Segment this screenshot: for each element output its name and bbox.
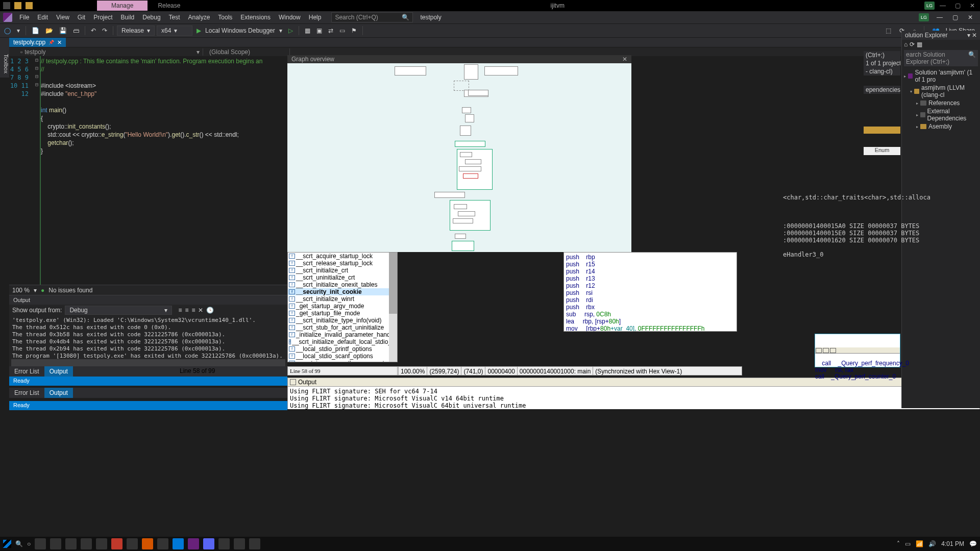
config-dropdown[interactable]: Release▾	[117, 26, 155, 36]
task-vscode[interactable]	[173, 538, 184, 549]
task-app-2[interactable]	[65, 538, 77, 549]
func-row[interactable]: f__scrt_is_user_matherr_present	[288, 360, 397, 362]
minimize-icon[interactable]: —	[940, 2, 946, 9]
tree-solution[interactable]: ▸Solution 'asmjitvm' (1 of 1 pro	[904, 68, 978, 84]
func-row[interactable]: f__scrt_initialize_winrt	[288, 295, 397, 303]
toolbox-tab[interactable]: Toolbox	[0, 47, 9, 78]
func-row[interactable]: f_get_startup_file_mode	[288, 310, 397, 317]
back-button[interactable]: ◯	[2, 26, 13, 35]
undo-button[interactable]: ↶	[89, 26, 98, 35]
task-app-8[interactable]	[157, 538, 168, 549]
func-row[interactable]: f__scrt_initialize_crt	[288, 267, 397, 274]
func-row[interactable]: f__scrt_release_startup_lock	[288, 260, 397, 267]
menu-project[interactable]: Project	[89, 12, 116, 23]
tree-external[interactable]: ▸External Dependencies	[904, 107, 978, 122]
forward-button[interactable]: ▾	[15, 26, 22, 35]
tray-net-icon[interactable]: ▭	[905, 540, 911, 547]
task-app-6[interactable]	[127, 538, 138, 549]
task-cortana-icon[interactable]: ○	[27, 540, 31, 547]
ribbon-tab-manage[interactable]: Manage	[97, 1, 148, 11]
se-search[interactable]: earch Solution Explorer (Ctrl+;)🔍	[904, 50, 978, 66]
editor-tab[interactable]: testpoly.cpp 📌 ✕	[9, 38, 66, 47]
func-row[interactable]: f__scrt_stub_for_acrt_uninitialize	[288, 324, 397, 331]
vs-maximize-icon[interactable]: ▢	[950, 14, 960, 21]
ribbon-tab-release[interactable]: Release	[148, 1, 190, 11]
func-scrollbar[interactable]	[389, 253, 397, 362]
scope-project[interactable]: testpoly	[24, 48, 45, 56]
function-list[interactable]: f__scrt_acquire_startup_lockf__scrt_rele…	[287, 252, 398, 362]
menu-git[interactable]: Git	[74, 12, 89, 23]
account-badge[interactable]: LG	[919, 13, 929, 21]
tree-project[interactable]: ▾asmjitvm (LLVM (clang-cl	[904, 84, 978, 99]
pane-controls[interactable]: ▾ ✕	[967, 32, 977, 39]
menu-build[interactable]: Build	[117, 12, 139, 23]
func-row[interactable]: f__scrt_initialize_type_info(void)	[288, 317, 397, 324]
tool-e[interactable]: ⚑	[349, 26, 359, 35]
pin-icon[interactable]: 📌	[48, 40, 54, 45]
func-row[interactable]: f__local_stdio_scanf_options	[288, 353, 397, 360]
tree-references[interactable]: ▸References	[904, 99, 978, 107]
debugger-dd[interactable]: ▾	[277, 26, 284, 35]
ext-a[interactable]: ⬚	[884, 26, 893, 35]
platform-dropdown[interactable]: x64▾	[157, 26, 192, 36]
taskbar[interactable]: 🔍 ○ ˄ ▭ 📶 🔊 4:01 PM 💬	[0, 537, 980, 551]
tray-notif-icon[interactable]: 💬	[969, 540, 977, 547]
out-btn4[interactable]: ✕	[198, 307, 203, 314]
graph-node[interactable]	[464, 64, 478, 80]
output-text[interactable]: 'testpoly.exe' (Win32): Loaded 'C:\Windo…	[9, 316, 287, 359]
open-button[interactable]: 📂	[43, 26, 55, 35]
se-tool-icon[interactable]: ▦	[917, 41, 922, 48]
disassembly-view[interactable]: push rbp push r15 push r14 push r13 push…	[564, 252, 737, 332]
save-button[interactable]: 💾	[57, 26, 69, 35]
func-row[interactable]: f__local_stdio_printf_options	[288, 345, 397, 353]
task-vs[interactable]	[188, 538, 199, 549]
tab-error-list[interactable]: Error List	[9, 366, 44, 377]
task-app-7[interactable]	[142, 538, 153, 549]
tool-d[interactable]: ▭	[337, 26, 347, 35]
graph-close-icon[interactable]: ✕	[622, 56, 627, 63]
mini-disasm[interactable]: call _Query_perf_frequency_0 mov rsi, ra…	[815, 334, 900, 367]
func-row[interactable]: f__scrt_initialize_onexit_tables	[288, 281, 397, 288]
redo-button[interactable]: ↷	[100, 26, 109, 35]
menu-window[interactable]: Window	[275, 12, 305, 23]
menu-edit[interactable]: Edit	[33, 12, 52, 23]
tab-error-list-2[interactable]: Error List	[9, 388, 44, 398]
tool-a[interactable]: ▦	[303, 26, 312, 35]
tray-clock[interactable]: 4:01 PM	[941, 540, 964, 547]
maximize-icon[interactable]: ▢	[955, 2, 961, 9]
menu-debug[interactable]: Debug	[138, 12, 164, 23]
graph-node[interactable]	[395, 66, 426, 76]
menu-test[interactable]: Test	[165, 12, 184, 23]
task-app-1[interactable]	[50, 538, 61, 549]
task-last[interactable]	[249, 538, 260, 549]
zoom-level[interactable]: 100 %	[12, 287, 30, 294]
code-editor[interactable]: 1 2 3 4 5 6 7 8 9 10 11 12 ⊟ ⊟ ⊟⊟ // tes…	[9, 56, 287, 285]
se-refresh-icon[interactable]: ⟳	[910, 41, 915, 48]
task-app-3[interactable]	[81, 538, 92, 549]
out-btn5[interactable]: 🕓	[206, 307, 214, 314]
out-btn2[interactable]: ≡	[185, 307, 188, 314]
out-btn3[interactable]: ≡	[191, 307, 195, 314]
tab-output[interactable]: Output	[44, 366, 73, 377]
tool-b[interactable]: ▣	[314, 26, 324, 35]
start-button[interactable]	[3, 540, 11, 548]
tool-c[interactable]: ⇄	[326, 26, 335, 35]
func-row[interactable]: f__security_init_cookie	[288, 288, 397, 295]
debugger-label[interactable]: Local Windows Debugger	[205, 27, 275, 34]
graph-node[interactable]	[484, 66, 518, 76]
folder-icon[interactable]	[14, 2, 21, 9]
menu-extensions[interactable]: Extensions	[236, 12, 275, 23]
tray-vol-icon[interactable]: 🔊	[928, 540, 936, 547]
tray-chevron-icon[interactable]: ˄	[897, 540, 900, 547]
tab-output-2[interactable]: Output	[44, 388, 73, 398]
task-discord[interactable]	[203, 538, 214, 549]
func-row[interactable]: f_initialize_invalid_parameter_handler	[288, 331, 397, 338]
start-nodebug-button[interactable]: ▷	[286, 26, 295, 35]
task-explorer[interactable]	[35, 538, 46, 549]
tray-wifi-icon[interactable]: 📶	[916, 540, 923, 547]
vs-close-icon[interactable]: ✕	[966, 14, 975, 21]
output-hscroll[interactable]	[11, 359, 285, 366]
task-app-5[interactable]	[111, 538, 122, 549]
output-source-dropdown[interactable]: Debug▾	[65, 306, 172, 315]
graph-viewport[interactable]	[454, 81, 469, 91]
